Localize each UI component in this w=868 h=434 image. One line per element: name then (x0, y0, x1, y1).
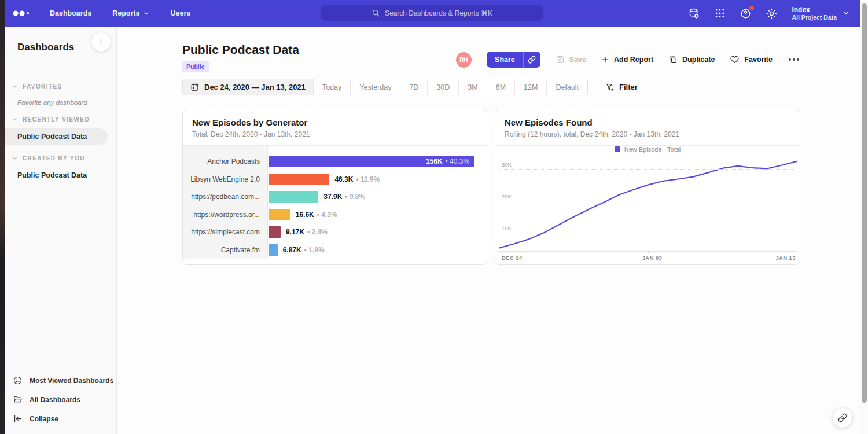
bar-rows: Anchor Podcasts156K• 40.3%Libsyn WebEngi… (183, 146, 487, 259)
search-icon (372, 9, 380, 17)
bar-segment[interactable] (269, 226, 281, 238)
favorite-button[interactable]: Favorite (730, 55, 773, 64)
add-dashboard-button[interactable] (91, 32, 111, 52)
apps-grid-icon[interactable] (714, 8, 726, 19)
date-range-group: Dec 24, 2020 — Jan 13, 2021 TodayYesterd… (182, 79, 588, 95)
bar-segment[interactable] (269, 244, 278, 256)
save-button[interactable]: Save (556, 55, 586, 64)
date-presets: TodayYesterday7D30D3M6M12MDefault (313, 79, 587, 95)
heart-icon (730, 55, 740, 64)
bar-value-label: 9.17K• 2.4% (286, 228, 328, 236)
scrollbar-thumb[interactable] (862, 3, 867, 403)
search-input[interactable]: Search Dashboards & Reports ⌘K (321, 5, 543, 21)
folder-icon (13, 395, 23, 404)
calendar-icon (190, 83, 199, 91)
notification-dot (749, 6, 754, 10)
legend-new-episode-total[interactable]: New Episode - Total (495, 146, 800, 153)
bar-value-label: 16.6K• 4.3% (296, 211, 337, 219)
bar-value-label: 37.9K• 9.8% (323, 193, 365, 201)
public-badge: Public (182, 61, 209, 72)
mixpanel-logo-icon[interactable] (13, 10, 34, 17)
add-report-button[interactable]: Add Report (601, 56, 653, 64)
app-root: DashboardsReportsUsers Search Dashboards… (0, 0, 868, 434)
nav-menu: DashboardsReportsUsers (50, 9, 190, 17)
bar-track: 6.87K• 1.8% (269, 244, 487, 256)
bar-row: Libsyn WebEngine 2.046.3K• 11.9% (183, 171, 487, 189)
nav-item-users[interactable]: Users (170, 9, 190, 17)
more-actions-button[interactable] (788, 56, 800, 63)
sidebar-section-favorites[interactable]: FAVORITES (12, 83, 116, 90)
settings-icon[interactable] (766, 8, 778, 20)
preset-12m[interactable]: 12M (514, 79, 546, 95)
share-button-group: Share (487, 52, 540, 68)
duplicate-button[interactable]: Duplicate (668, 55, 715, 64)
card-subtitle: Total, Dec 24th, 2020 - Jan 13th, 2021 (192, 130, 477, 145)
chevron-down-icon (12, 116, 18, 123)
filter-icon (605, 83, 615, 92)
x-axis-label: DEC 24 (502, 255, 523, 261)
bar-track: 37.9K• 9.8% (269, 191, 487, 203)
bar-segment[interactable] (269, 209, 290, 220)
y-axis-label: 10K (502, 225, 512, 231)
preset-6m[interactable]: 6M (487, 79, 514, 95)
chevron-down-icon (843, 10, 849, 17)
preset-today[interactable]: Today (313, 79, 350, 95)
x-axis-label: JAN 13 (775, 255, 796, 261)
x-axis-labels: DEC 24JAN 03JAN 13 (495, 255, 800, 263)
preset-3m[interactable]: 3M (458, 79, 486, 95)
copy-link-button[interactable] (523, 52, 540, 68)
sidebar-item-public-podcast-data[interactable]: Public Podcast Data (5, 167, 116, 183)
nav-right: Index All Project Data (688, 0, 849, 27)
favorites-empty-text: Favorite any dashboard (17, 99, 116, 106)
help-icon[interactable] (740, 8, 752, 20)
bar-track: 9.17K• 2.4% (269, 226, 487, 238)
plus-icon (601, 56, 609, 64)
card-new-episodes-found: New Episodes Found Rolling (12 hours), t… (495, 109, 800, 265)
share-button[interactable]: Share (487, 52, 523, 68)
smiley-icon (13, 376, 23, 385)
sidebar-section-created-by-you[interactable]: CREATED BY YOU (12, 155, 116, 161)
search-placeholder: Search Dashboards & Reports ⌘K (385, 9, 492, 17)
chevron-down-icon (12, 155, 18, 161)
preset-default[interactable]: Default (546, 79, 587, 95)
save-icon (556, 55, 565, 64)
sidebar-section-recently-viewed[interactable]: RECENTLY VIEWED (12, 116, 116, 123)
date-range-button[interactable]: Dec 24, 2020 — Jan 13, 2021 (183, 79, 313, 95)
nav-item-reports[interactable]: Reports (112, 9, 149, 17)
main-content: Public Podcast Data Public RH Share (117, 27, 860, 434)
line-chart[interactable]: 10K20K30K (499, 157, 797, 251)
preset-yesterday[interactable]: Yesterday (350, 79, 400, 95)
preset-30d[interactable]: 30D (427, 79, 458, 95)
footer-item-all-dashboards[interactable]: All Dashboards (5, 390, 116, 409)
legend-swatch (615, 146, 620, 152)
share-link-fab[interactable] (833, 408, 852, 428)
footer-item-most-viewed-dashboards[interactable]: Most Viewed Dashboards (5, 371, 116, 390)
date-toolbar: Dec 24, 2020 — Jan 13, 2021 TodayYesterd… (182, 79, 638, 95)
gridline (499, 201, 797, 201)
x-axis-line (498, 251, 797, 252)
bar-row: https://simplecast.com9.17K• 2.4% (183, 223, 487, 241)
x-axis-tick (648, 251, 649, 253)
bar-segment[interactable] (269, 174, 329, 185)
nav-item-dashboards[interactable]: Dashboards (50, 9, 91, 17)
footer-item-collapse[interactable]: Collapse (5, 409, 116, 428)
bar-value-label: 156K• 40.3% (426, 156, 469, 167)
bar-category-label: https://wordpress.or... (183, 211, 268, 219)
bar-chart: Anchor Podcasts156K• 40.3%Libsyn WebEngi… (183, 146, 487, 269)
bar-segment[interactable]: 156K• 40.3% (269, 156, 474, 167)
avatar[interactable]: RH (456, 52, 472, 68)
chevron-down-icon (12, 83, 18, 90)
bar-category-label: Captivate.fm (183, 246, 268, 254)
data-sources-icon[interactable] (688, 8, 700, 20)
sidebar: Dashboards FAVORITESFavorite any dashboa… (5, 27, 117, 434)
sidebar-item-public-podcast-data[interactable]: Public Podcast Data (5, 128, 108, 145)
scrollbar-track[interactable] (860, 0, 868, 434)
preset-7d[interactable]: 7D (400, 79, 427, 95)
card-title: New Episodes Found (505, 117, 790, 127)
filter-button[interactable]: Filter (605, 83, 638, 92)
bar-value-label: 6.87K• 1.8% (283, 246, 325, 254)
bar-category-label: https://podbean.com... (183, 193, 268, 201)
project-selector[interactable]: Index All Project Data (792, 6, 849, 21)
bar-row: Captivate.fm6.87K• 1.8% (183, 241, 487, 259)
bar-segment[interactable] (269, 191, 318, 203)
